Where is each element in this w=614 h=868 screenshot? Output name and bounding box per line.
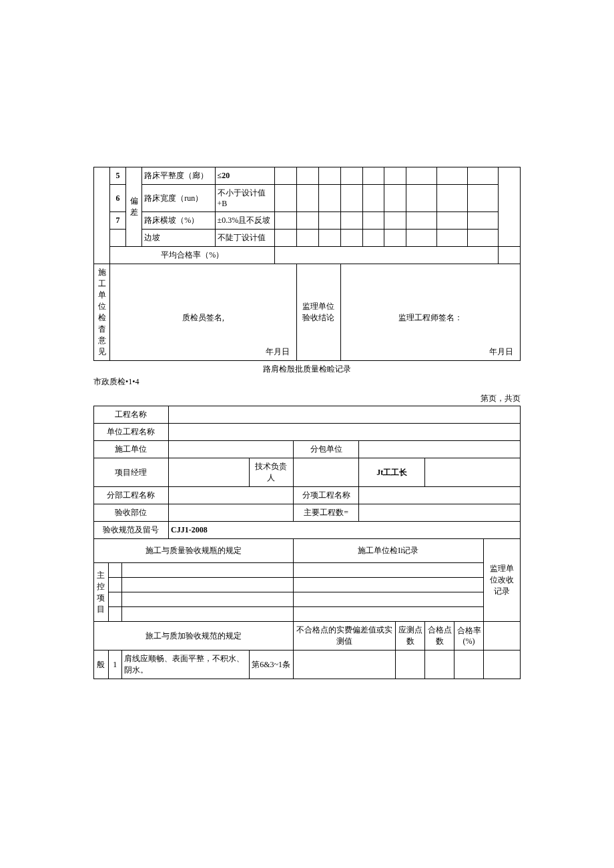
mc-rec xyxy=(293,563,483,578)
unit-project-value xyxy=(168,424,520,441)
spec-provisions-header-2: 旅工与质加验收规范的规定 xyxy=(94,622,294,650)
cell xyxy=(318,212,340,230)
cell xyxy=(297,212,319,230)
mc-rec xyxy=(293,578,483,592)
tech-lead-value xyxy=(293,458,359,487)
cell xyxy=(362,212,384,230)
mc-desc xyxy=(121,607,293,622)
cell xyxy=(468,185,499,212)
cell xyxy=(499,247,521,264)
project-manager-value xyxy=(168,458,249,487)
spec-number-label: 验收规范及留号 xyxy=(94,522,169,539)
cell xyxy=(275,167,297,185)
foreman-label: Jt工工长 xyxy=(359,458,425,487)
right-stub xyxy=(499,167,521,247)
unit-inspection-header: 施工单位检Ii记录 xyxy=(293,539,483,563)
main-works-label: 主要工程数= xyxy=(293,504,359,522)
cell xyxy=(318,185,340,212)
left-stub xyxy=(94,167,110,264)
points-measured-header: 应测点数 xyxy=(396,622,425,650)
avg-rate-value xyxy=(275,247,499,264)
deviation-header: 不合格点的实费偏差值或实测值 xyxy=(293,622,396,650)
cell xyxy=(318,167,340,185)
mc-num xyxy=(108,563,121,578)
main-control-label: 主控项目 xyxy=(94,563,109,622)
cell xyxy=(297,167,319,185)
cell xyxy=(468,230,499,247)
spec-number-value: CJJ1-2008 xyxy=(168,522,520,539)
subitem-project-value xyxy=(359,487,521,504)
project-name-label: 工程名称 xyxy=(94,406,169,424)
subcontractor-value xyxy=(359,441,521,458)
spec-provisions-header: 施工与质量验收规瓶的规定 xyxy=(94,539,294,563)
cell xyxy=(340,185,362,212)
qc-sign-block: 质检员签名, 年月日 xyxy=(110,264,297,361)
mc-num xyxy=(108,592,121,607)
pass-rate-header: 合格率(%) xyxy=(454,622,484,650)
gen-row-text: 肩线应顺畅、表面平整，不积水、阴水。 xyxy=(121,650,249,679)
general-label: 般 xyxy=(94,650,109,679)
mc-rec xyxy=(293,592,483,607)
item-spec-7: ±0.3%且不反坡 xyxy=(215,212,275,230)
cell xyxy=(384,230,406,247)
cell xyxy=(384,167,406,185)
project-manager-label: 项目经理 xyxy=(94,458,169,487)
cell xyxy=(384,185,406,212)
cell xyxy=(437,167,468,185)
row-num-8 xyxy=(110,230,126,247)
cell xyxy=(293,650,396,679)
cell xyxy=(396,650,425,679)
cell xyxy=(437,185,468,212)
cell xyxy=(406,212,437,230)
construction-unit-value xyxy=(168,441,293,458)
qc-sign-date: 年月日 xyxy=(266,346,290,358)
cell xyxy=(340,230,362,247)
cell xyxy=(454,650,484,679)
gen-row-ref: 第6&3~1条 xyxy=(249,650,293,679)
cell xyxy=(437,230,468,247)
cell xyxy=(437,212,468,230)
construction-unit-label: 施工单位 xyxy=(94,441,169,458)
cell xyxy=(406,185,437,212)
supervisor-sign-date: 年月日 xyxy=(489,346,513,358)
item-name-6: 路床宽度（run） xyxy=(142,185,215,212)
cell xyxy=(275,212,297,230)
cell xyxy=(275,230,297,247)
cell xyxy=(318,230,340,247)
cell xyxy=(297,230,319,247)
page-indicator: 第页，共页 xyxy=(93,393,521,404)
division-project-label: 分部工程名称 xyxy=(94,487,169,504)
table-upper: 5 偏差 路床平整度（廊） ≤20 6 路床宽度（run） 不小于设计值+B 7… xyxy=(93,167,521,361)
cell xyxy=(406,230,437,247)
row-num-6: 6 xyxy=(110,185,126,212)
inspection-opinion-label: 施工单位检杳意见 xyxy=(94,264,110,361)
avg-rate-label: 平均合格率（%） xyxy=(110,247,275,264)
item-spec-6: 不小于设计值+B xyxy=(215,185,275,212)
mc-num xyxy=(108,607,121,622)
cell xyxy=(362,167,384,185)
cell xyxy=(468,167,499,185)
main-works-value xyxy=(359,504,521,522)
cell xyxy=(362,230,384,247)
cell xyxy=(340,212,362,230)
item-name-7: 路床横坡（%） xyxy=(142,212,215,230)
cell xyxy=(406,167,437,185)
mc-rec xyxy=(293,607,483,622)
division-project-value xyxy=(168,487,293,504)
item-spec-5: ≤20 xyxy=(215,167,275,185)
cell xyxy=(468,212,499,230)
cell xyxy=(362,185,384,212)
item-name-5: 路床平整度（廊） xyxy=(142,167,215,185)
supervision-record-header: 监理单位改收记录 xyxy=(484,539,521,622)
row-num-5: 5 xyxy=(110,167,126,185)
supervisor-sign-label: 监理工程师签名： xyxy=(398,312,463,324)
mc-desc xyxy=(121,563,293,578)
row-num-7: 7 xyxy=(110,212,126,230)
points-pass-header: 合格点数 xyxy=(425,622,454,650)
supervisor-sign-block: 监理工程师签名： 年月日 xyxy=(340,264,520,361)
acceptance-part-label: 验收部位 xyxy=(94,504,169,522)
qc-sign-label: 质检员签名, xyxy=(182,312,224,324)
mc-desc xyxy=(121,578,293,592)
cell xyxy=(425,650,454,679)
cell xyxy=(484,650,521,679)
